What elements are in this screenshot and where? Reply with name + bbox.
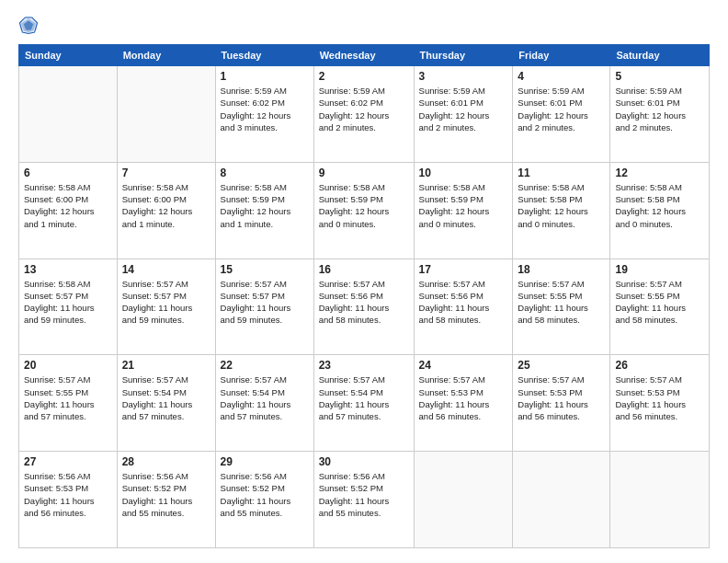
day-detail: Sunrise: 5:57 AM Sunset: 5:54 PM Dayligh… bbox=[221, 373, 309, 422]
day-detail: Sunrise: 5:59 AM Sunset: 6:02 PM Dayligh… bbox=[221, 85, 309, 133]
day-number: 18 bbox=[518, 263, 605, 276]
calendar-header-friday: Friday bbox=[513, 45, 610, 66]
calendar-cell: 20Sunrise: 5:57 AM Sunset: 5:55 PM Dayli… bbox=[19, 355, 118, 452]
calendar-cell: 4Sunrise: 5:59 AM Sunset: 6:01 PM Daylig… bbox=[513, 66, 610, 163]
calendar-cell: 26Sunrise: 5:57 AM Sunset: 5:53 PM Dayli… bbox=[610, 355, 710, 452]
calendar-header-row: SundayMondayTuesdayWednesdayThursdayFrid… bbox=[19, 45, 710, 66]
calendar-cell: 30Sunrise: 5:56 AM Sunset: 5:52 PM Dayli… bbox=[313, 452, 414, 548]
day-detail: Sunrise: 5:57 AM Sunset: 5:53 PM Dayligh… bbox=[615, 373, 704, 422]
day-detail: Sunrise: 5:57 AM Sunset: 5:57 PM Dayligh… bbox=[221, 278, 309, 327]
calendar-cell: 28Sunrise: 5:56 AM Sunset: 5:52 PM Dayli… bbox=[117, 452, 215, 548]
day-detail: Sunrise: 5:58 AM Sunset: 6:00 PM Dayligh… bbox=[24, 181, 112, 230]
calendar-header-tuesday: Tuesday bbox=[215, 45, 313, 66]
calendar-cell bbox=[610, 452, 710, 548]
day-number: 26 bbox=[615, 359, 704, 372]
day-number: 7 bbox=[122, 167, 210, 179]
day-number: 24 bbox=[419, 359, 508, 372]
day-number: 14 bbox=[122, 263, 210, 276]
day-detail: Sunrise: 5:57 AM Sunset: 5:54 PM Dayligh… bbox=[319, 373, 409, 422]
day-number: 17 bbox=[419, 263, 508, 276]
calendar-cell: 13Sunrise: 5:58 AM Sunset: 5:57 PM Dayli… bbox=[19, 259, 118, 355]
day-number: 29 bbox=[221, 455, 309, 468]
calendar-cell: 10Sunrise: 5:58 AM Sunset: 5:59 PM Dayli… bbox=[414, 162, 513, 259]
day-number: 23 bbox=[319, 359, 409, 372]
calendar-cell: 11Sunrise: 5:58 AM Sunset: 5:58 PM Dayli… bbox=[513, 162, 610, 259]
day-number: 2 bbox=[319, 70, 409, 83]
logo-icon bbox=[18, 15, 39, 35]
calendar-cell: 17Sunrise: 5:57 AM Sunset: 5:56 PM Dayli… bbox=[414, 259, 513, 355]
page: SundayMondayTuesdayWednesdayThursdayFrid… bbox=[0, 0, 728, 563]
day-detail: Sunrise: 5:58 AM Sunset: 5:57 PM Dayligh… bbox=[24, 278, 112, 327]
logo bbox=[18, 15, 42, 35]
calendar-cell: 8Sunrise: 5:58 AM Sunset: 5:59 PM Daylig… bbox=[215, 162, 313, 259]
day-detail: Sunrise: 5:58 AM Sunset: 6:00 PM Dayligh… bbox=[122, 181, 210, 230]
day-number: 20 bbox=[24, 359, 112, 372]
calendar-week-3: 20Sunrise: 5:57 AM Sunset: 5:55 PM Dayli… bbox=[19, 355, 710, 452]
calendar-week-4: 27Sunrise: 5:56 AM Sunset: 5:53 PM Dayli… bbox=[19, 452, 710, 548]
calendar-header-monday: Monday bbox=[117, 45, 215, 66]
calendar-cell: 16Sunrise: 5:57 AM Sunset: 5:56 PM Dayli… bbox=[313, 259, 414, 355]
day-number: 21 bbox=[122, 359, 210, 372]
calendar-week-2: 13Sunrise: 5:58 AM Sunset: 5:57 PM Dayli… bbox=[19, 259, 710, 355]
day-detail: Sunrise: 5:57 AM Sunset: 5:54 PM Dayligh… bbox=[122, 373, 210, 422]
calendar-cell: 7Sunrise: 5:58 AM Sunset: 6:00 PM Daylig… bbox=[117, 162, 215, 259]
day-number: 4 bbox=[518, 70, 605, 83]
day-number: 12 bbox=[615, 167, 704, 179]
calendar-table: SundayMondayTuesdayWednesdayThursdayFrid… bbox=[18, 44, 710, 548]
calendar-cell: 1Sunrise: 5:59 AM Sunset: 6:02 PM Daylig… bbox=[215, 66, 313, 163]
calendar-week-0: 1Sunrise: 5:59 AM Sunset: 6:02 PM Daylig… bbox=[19, 66, 710, 163]
day-number: 19 bbox=[615, 263, 704, 276]
day-detail: Sunrise: 5:57 AM Sunset: 5:57 PM Dayligh… bbox=[122, 278, 210, 327]
day-number: 16 bbox=[319, 263, 409, 276]
calendar-header-sunday: Sunday bbox=[19, 45, 118, 66]
calendar-cell: 25Sunrise: 5:57 AM Sunset: 5:53 PM Dayli… bbox=[513, 355, 610, 452]
day-detail: Sunrise: 5:57 AM Sunset: 5:53 PM Dayligh… bbox=[419, 373, 508, 422]
day-number: 9 bbox=[319, 167, 409, 179]
day-number: 22 bbox=[221, 359, 309, 372]
day-detail: Sunrise: 5:57 AM Sunset: 5:56 PM Dayligh… bbox=[419, 278, 508, 327]
calendar-cell: 24Sunrise: 5:57 AM Sunset: 5:53 PM Dayli… bbox=[414, 355, 513, 452]
day-detail: Sunrise: 5:57 AM Sunset: 5:56 PM Dayligh… bbox=[319, 278, 409, 327]
calendar-header-thursday: Thursday bbox=[414, 45, 513, 66]
calendar-cell: 14Sunrise: 5:57 AM Sunset: 5:57 PM Dayli… bbox=[117, 259, 215, 355]
calendar-cell: 29Sunrise: 5:56 AM Sunset: 5:52 PM Dayli… bbox=[215, 452, 313, 548]
day-detail: Sunrise: 5:57 AM Sunset: 5:55 PM Dayligh… bbox=[518, 278, 605, 327]
calendar-cell: 19Sunrise: 5:57 AM Sunset: 5:55 PM Dayli… bbox=[610, 259, 710, 355]
day-number: 30 bbox=[319, 455, 409, 468]
day-detail: Sunrise: 5:57 AM Sunset: 5:53 PM Dayligh… bbox=[518, 373, 605, 422]
day-number: 15 bbox=[221, 263, 309, 276]
day-number: 28 bbox=[122, 455, 210, 468]
day-number: 5 bbox=[615, 70, 704, 83]
day-number: 3 bbox=[419, 70, 508, 83]
day-number: 27 bbox=[24, 455, 112, 468]
calendar-header-saturday: Saturday bbox=[610, 45, 710, 66]
calendar-cell bbox=[19, 66, 118, 163]
calendar-cell: 3Sunrise: 5:59 AM Sunset: 6:01 PM Daylig… bbox=[414, 66, 513, 163]
calendar-cell: 27Sunrise: 5:56 AM Sunset: 5:53 PM Dayli… bbox=[19, 452, 118, 548]
day-number: 1 bbox=[221, 70, 309, 83]
calendar-cell bbox=[414, 452, 513, 548]
day-number: 6 bbox=[24, 167, 112, 179]
day-number: 10 bbox=[419, 167, 508, 179]
day-detail: Sunrise: 5:58 AM Sunset: 5:59 PM Dayligh… bbox=[419, 181, 508, 230]
day-detail: Sunrise: 5:56 AM Sunset: 5:52 PM Dayligh… bbox=[122, 470, 210, 519]
calendar-cell bbox=[117, 66, 215, 163]
calendar-cell: 15Sunrise: 5:57 AM Sunset: 5:57 PM Dayli… bbox=[215, 259, 313, 355]
day-number: 25 bbox=[518, 359, 605, 372]
day-detail: Sunrise: 5:59 AM Sunset: 6:01 PM Dayligh… bbox=[419, 85, 508, 133]
day-detail: Sunrise: 5:58 AM Sunset: 5:58 PM Dayligh… bbox=[518, 181, 605, 230]
day-detail: Sunrise: 5:57 AM Sunset: 5:55 PM Dayligh… bbox=[24, 373, 112, 422]
day-number: 13 bbox=[24, 263, 112, 276]
day-number: 8 bbox=[221, 167, 309, 179]
calendar-header-wednesday: Wednesday bbox=[313, 45, 414, 66]
day-detail: Sunrise: 5:56 AM Sunset: 5:53 PM Dayligh… bbox=[24, 470, 112, 519]
day-detail: Sunrise: 5:58 AM Sunset: 5:59 PM Dayligh… bbox=[319, 181, 409, 230]
day-detail: Sunrise: 5:58 AM Sunset: 5:59 PM Dayligh… bbox=[221, 181, 309, 230]
calendar-cell: 23Sunrise: 5:57 AM Sunset: 5:54 PM Dayli… bbox=[313, 355, 414, 452]
day-detail: Sunrise: 5:56 AM Sunset: 5:52 PM Dayligh… bbox=[319, 470, 409, 519]
calendar-cell: 22Sunrise: 5:57 AM Sunset: 5:54 PM Dayli… bbox=[215, 355, 313, 452]
calendar-cell: 21Sunrise: 5:57 AM Sunset: 5:54 PM Dayli… bbox=[117, 355, 215, 452]
calendar-cell: 5Sunrise: 5:59 AM Sunset: 6:01 PM Daylig… bbox=[610, 66, 710, 163]
calendar-cell bbox=[513, 452, 610, 548]
day-detail: Sunrise: 5:59 AM Sunset: 6:01 PM Dayligh… bbox=[615, 85, 704, 133]
